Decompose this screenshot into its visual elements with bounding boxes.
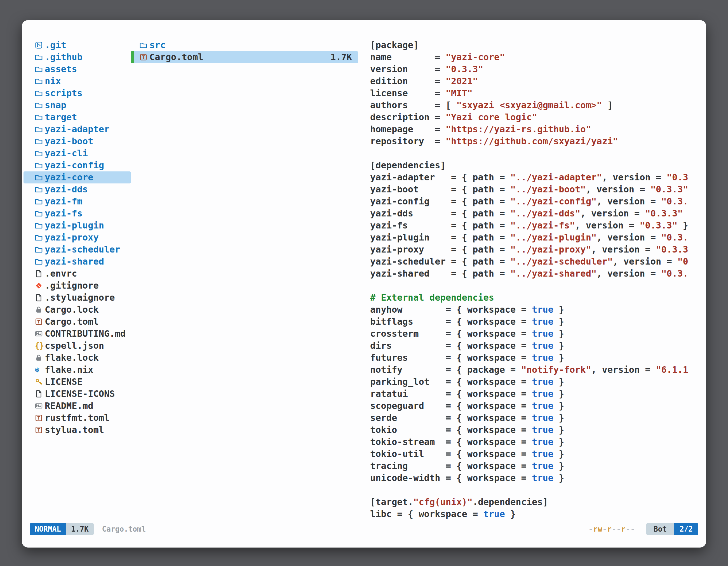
dir-item-assets[interactable]: assets (24, 63, 131, 75)
folder-icon (35, 125, 45, 133)
file-preview-pane[interactable]: [package]name = "yazi-core"version = "0.… (370, 39, 705, 520)
preview-code-line: crossterm = { workspace = true } (370, 328, 705, 340)
file-item-readme-md[interactable]: README.md (24, 400, 131, 412)
preview-code-line: [package] (370, 39, 705, 51)
item-label: yazi-dds (45, 184, 88, 196)
file-item-flake-lock[interactable]: flake.lock (24, 352, 131, 364)
dir-item-yazi-config[interactable]: yazi-config (24, 159, 131, 172)
item-label: README.md (45, 400, 93, 412)
preview-code-line: yazi-fs = { path = "../yazi-fs", version… (370, 220, 705, 232)
preview-code-line: version = "0.3.3" (370, 63, 705, 75)
file-item-cargo-toml[interactable]: Cargo.toml (24, 316, 131, 328)
preview-code-line: yazi-proxy = { path = "../yazi-proxy", v… (370, 244, 705, 256)
preview-code-line: tokio-util = { workspace = true } (370, 448, 705, 460)
folder-icon (35, 113, 45, 121)
file-item-envrc[interactable]: .envrc (24, 268, 131, 280)
item-label: src (149, 39, 166, 51)
file-item-stylua-toml[interactable]: stylua.toml (24, 424, 131, 436)
dir-item-scripts[interactable]: scripts (24, 87, 131, 99)
preview-code-line: yazi-config = { path = "../yazi-config",… (370, 196, 705, 208)
item-label: assets (45, 63, 77, 75)
dir-item-yazi-fm[interactable]: yazi-fm (24, 196, 131, 208)
dir-item-yazi-adapter[interactable]: yazi-adapter (24, 123, 131, 135)
preview-code-line: dirs = { workspace = true } (370, 340, 705, 352)
file-icon (35, 270, 45, 278)
file-item-cspell-json[interactable]: {}cspell.json (24, 340, 131, 352)
preview-code-line: scopeguard = { workspace = true } (370, 400, 705, 412)
item-label: flake.nix (45, 364, 93, 376)
preview-code-line: unicode-width = { workspace = true } (370, 472, 705, 484)
dir-item-yazi-fs[interactable]: yazi-fs (24, 208, 131, 220)
folder-icon (35, 210, 45, 218)
markdown-icon (35, 330, 45, 338)
item-label: yazi-plugin (45, 220, 104, 232)
item-label: yazi-adapter (45, 123, 109, 135)
folder-icon (35, 234, 45, 242)
item-label: target (45, 111, 77, 123)
folder-icon (35, 101, 45, 109)
file-item-rustfmt-toml[interactable]: rustfmt.toml (24, 412, 131, 424)
file-item-gitignore[interactable]: .gitignore (24, 280, 131, 292)
item-label: .git (45, 39, 66, 51)
item-label: rustfmt.toml (45, 412, 109, 424)
item-label: snap (45, 99, 66, 111)
preview-code-line (370, 280, 705, 292)
file-icon (35, 390, 45, 398)
folder-icon (35, 89, 45, 97)
item-label: .envrc (45, 268, 77, 280)
item-label: yazi-shared (45, 256, 104, 268)
item-label: yazi-cli (45, 147, 88, 159)
file-item-contributing-md[interactable]: CONTRIBUTING.md (24, 328, 131, 340)
preview-code-line: parking_lot = { workspace = true } (370, 376, 705, 388)
dir-item-git[interactable]: .git (24, 39, 131, 51)
file-item-license[interactable]: LICENSE (24, 376, 131, 388)
item-label: scripts (45, 87, 83, 99)
gitignore-icon (35, 282, 45, 290)
dir-item-yazi-shared[interactable]: yazi-shared (24, 256, 131, 268)
dir-item-github[interactable]: .github (24, 51, 131, 63)
toml-icon (35, 426, 45, 434)
dir-item-yazi-plugin[interactable]: yazi-plugin (24, 220, 131, 232)
git-folder-icon (35, 41, 45, 49)
mode-indicator: NORMAL (30, 523, 66, 535)
folder-icon (35, 186, 45, 194)
preview-code-line: repository = "https://github.com/sxyazi/… (370, 135, 705, 147)
folder-icon (35, 222, 45, 230)
dir-item-yazi-cli[interactable]: yazi-cli (24, 147, 131, 159)
preview-code-line: notify = { package = "notify-fork", vers… (370, 364, 705, 376)
folder-icon (35, 246, 45, 254)
preview-code-line: homepage = "https://yazi-rs.github.io" (370, 123, 705, 135)
file-icon (35, 293, 45, 302)
dir-item-target[interactable]: target (24, 111, 131, 123)
parent-directory-pane: .git.githubassetsnixscriptssnaptargetyaz… (24, 39, 131, 436)
toml-icon (35, 318, 45, 326)
dir-item-snap[interactable]: snap (24, 99, 131, 111)
item-label: .styluaignore (45, 292, 115, 304)
dir-item-yazi-core[interactable]: yazi-core (24, 172, 131, 184)
item-label: LICENSE-ICONS (45, 388, 115, 400)
yazi-window: .git.githubassetsnixscriptssnaptargetyaz… (22, 20, 706, 548)
dir-item-nix[interactable]: nix (24, 75, 131, 87)
file-item-styluaignore[interactable]: .styluaignore (24, 292, 131, 304)
cursor-count-indicator: 2/2 (674, 523, 698, 535)
lock-icon (35, 305, 45, 314)
folder-icon (35, 65, 45, 73)
preview-code-line: yazi-scheduler = { path = "../yazi-sched… (370, 256, 705, 268)
dir-item-yazi-dds[interactable]: yazi-dds (24, 184, 131, 196)
item-label: yazi-fm (45, 196, 83, 208)
file-item-flake-nix[interactable]: ❄flake.nix (24, 364, 131, 376)
dir-item-yazi-boot[interactable]: yazi-boot (24, 135, 131, 147)
dir-item-yazi-scheduler[interactable]: yazi-scheduler (24, 244, 131, 256)
toml-icon (35, 414, 45, 422)
current-directory-pane: srcCargo.toml1.7K (131, 39, 358, 63)
preview-code-line: # External dependencies (370, 292, 705, 304)
file-item-cargo-toml[interactable]: Cargo.toml1.7K (131, 51, 358, 63)
file-item-cargo-lock[interactable]: Cargo.lock (24, 304, 131, 316)
dir-item-src[interactable]: src (131, 39, 358, 51)
file-item-license-icons[interactable]: LICENSE-ICONS (24, 388, 131, 400)
preview-code-line: description = "Yazi core logic" (370, 111, 705, 123)
dir-item-yazi-proxy[interactable]: yazi-proxy (24, 232, 131, 244)
folder-icon (139, 41, 149, 49)
folder-icon (35, 173, 45, 182)
status-bar: NORMAL 1.7K Cargo.toml -rw-r--r-- Bot 2/… (30, 523, 698, 535)
